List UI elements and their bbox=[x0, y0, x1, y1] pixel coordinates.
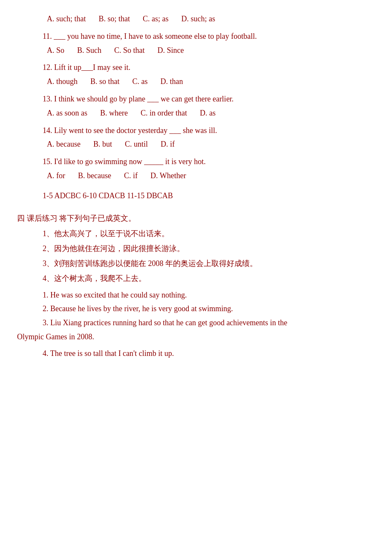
q12-option-b: B. so that bbox=[90, 75, 120, 88]
q11-text: 11. ___ you have no time, I have to ask … bbox=[17, 30, 375, 43]
q10-option-a: A. such; that bbox=[47, 13, 86, 25]
q13-option-c: C. in order that bbox=[141, 107, 187, 119]
q14-text: 14. Lily went to see the doctor yesterda… bbox=[17, 124, 375, 137]
q13-block: 13. I think we should go by plane ___ we… bbox=[17, 93, 375, 119]
q10-option-d: D. such; as bbox=[182, 13, 216, 25]
q15-text: 15. I'd like to go swimming now _____ it… bbox=[17, 156, 375, 168]
q10-options-row: A. such; that B. so; that C. as; as D. s… bbox=[17, 13, 375, 25]
answers-text: 1-5 ADCBC 6-10 CDACB 11-15 DBCAB bbox=[43, 191, 173, 200]
q10-option-c: C. as; as bbox=[143, 13, 169, 25]
q14-option-a: A. because bbox=[47, 138, 81, 150]
section-four-header: 四 课后练习 将下列句子已成英文。 bbox=[17, 212, 375, 225]
q11-block: 11. ___ you have no time, I have to ask … bbox=[17, 30, 375, 57]
q15-option-d: D. Whether bbox=[150, 170, 186, 182]
q11-option-c: C. So that bbox=[114, 44, 145, 57]
q12-block: 12. Lift it up___I may see it. A. though… bbox=[17, 61, 375, 88]
q14-option-c: C. until bbox=[125, 138, 148, 150]
q11-option-d: D. Since bbox=[158, 44, 184, 57]
q12-text: 12. Lift it up___I may see it. bbox=[17, 61, 375, 74]
chinese-sentence-4: 4、这个树太高，我爬不上去。 bbox=[17, 272, 375, 285]
q11-option-a: A. So bbox=[47, 44, 64, 57]
q12-option-a: A. though bbox=[47, 75, 78, 88]
q15-option-a: A. for bbox=[47, 170, 65, 182]
chinese-sentence-3: 3、刘翔刻苦训练跑步以便能在 2008 年的奥运会上取得好成绩。 bbox=[17, 257, 375, 270]
english-answer-2: 2. Because he lives by the river, he is … bbox=[17, 303, 375, 315]
english-answer-4: 4. The tree is so tall that I can't clim… bbox=[17, 347, 375, 360]
q10-option-b: B. so; that bbox=[99, 13, 130, 25]
q15-option-b: B. because bbox=[78, 170, 111, 182]
chinese-sentence-2: 2、因为他就住在河边，因此很擅长游泳。 bbox=[17, 243, 375, 255]
q13-text: 13. I think we should go by plane ___ we… bbox=[17, 93, 375, 105]
q13-option-a: A. as soon as bbox=[47, 107, 87, 119]
answers-section: 1-5 ADCBC 6-10 CDACB 11-15 DBCAB bbox=[17, 190, 375, 202]
q14-block: 14. Lily went to see the doctor yesterda… bbox=[17, 124, 375, 151]
q12-option-d: D. than bbox=[161, 75, 183, 88]
english-answer-3: 3. Liu Xiang practices running hard so t… bbox=[17, 317, 375, 329]
q12-option-c: C. as bbox=[133, 75, 148, 88]
q14-option-d: D. if bbox=[161, 138, 175, 150]
english-answer-1: 1. He was so excited that he could say n… bbox=[17, 289, 375, 301]
english-answer-3-continuation: Olympic Games in 2008. bbox=[17, 331, 375, 343]
q15-block: 15. I'd like to go swimming now _____ it… bbox=[17, 156, 375, 182]
q11-options-row: A. So B. Such C. So that D. Since bbox=[17, 44, 375, 57]
chinese-sentence-1: 1、他太高兴了，以至于说不出话来。 bbox=[17, 228, 375, 240]
q13-options-row: A. as soon as B. where C. in order that … bbox=[17, 107, 375, 119]
q13-option-d: D. as bbox=[200, 107, 216, 119]
q14-options-row: A. because B. but C. until D. if bbox=[17, 138, 375, 150]
q15-options-row: A. for B. because C. if D. Whether bbox=[17, 170, 375, 182]
q10-options-block: A. such; that B. so; that C. as; as D. s… bbox=[17, 13, 375, 25]
q14-option-b: B. but bbox=[93, 138, 112, 150]
q15-option-c: C. if bbox=[124, 170, 138, 182]
q11-option-b: B. Such bbox=[77, 44, 101, 57]
q12-options-row: A. though B. so that C. as D. than bbox=[17, 75, 375, 88]
q13-option-b: B. where bbox=[100, 107, 128, 119]
